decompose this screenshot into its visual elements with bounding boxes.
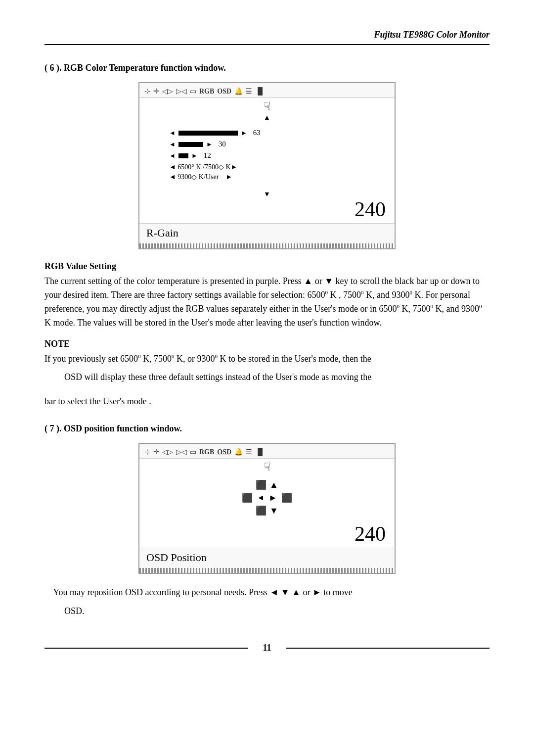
up-arrow-icon: ▲ bbox=[269, 480, 278, 490]
down-row: ⬛ ▼ bbox=[256, 505, 278, 516]
r-slider bbox=[178, 131, 238, 136]
r-value: 63 bbox=[253, 129, 265, 137]
position-icon: ⊹ bbox=[144, 87, 150, 95]
position-icon-7: ⊹ bbox=[144, 448, 150, 456]
monitor-diagram-6: ⊹ ✛ ◁▷ ▷◁ ▭ RGB OSD 🔔 ☰ ▐▌ ☟ ▲ bbox=[138, 82, 396, 249]
osd-window-6: ⊹ ✛ ◁▷ ▷◁ ▭ RGB OSD 🔔 ☰ ▐▌ ☟ ▲ bbox=[138, 82, 396, 249]
osd-position-controls: ⬛ ▲ ⬛ ◄ ► ⬛ ⬛ ▼ bbox=[139, 474, 395, 523]
monitor-icon-left: ⬛ bbox=[242, 492, 253, 503]
b-slider bbox=[178, 153, 188, 158]
function-label-7: OSD Position bbox=[139, 548, 395, 568]
section-6-heading: ( 6 ). RGB Color Temperature function wi… bbox=[44, 63, 490, 73]
up-row: ⬛ ▲ bbox=[256, 479, 278, 490]
down-arrow-icon: ▼ bbox=[269, 506, 278, 516]
left-arrow-icon: ◄ bbox=[257, 493, 265, 502]
value-area-7: 240 bbox=[139, 523, 395, 548]
r-right-arrow: ► bbox=[241, 129, 247, 137]
note-body-text: If you previously set 65000 K, 75000 K, … bbox=[44, 352, 490, 366]
power-icon: ▐▌ bbox=[255, 88, 265, 95]
section-6: ( 6 ). RGB Color Temperature function wi… bbox=[44, 63, 490, 409]
page-header: Fujitsu TE988G Color Monitor bbox=[44, 30, 490, 40]
b-gain-row: ◄ ► 12 bbox=[169, 151, 385, 160]
monitor-diagram-7: ⊹ ✛ ◁▷ ▷◁ ▭ RGB OSD 🔔 ☰ ▐▌ ☟ bbox=[138, 443, 396, 574]
note-label: NOTE bbox=[44, 339, 490, 349]
osd-label-7: OSD bbox=[217, 448, 231, 456]
b-value: 12 bbox=[204, 151, 216, 160]
rgb-label: RGB bbox=[199, 88, 214, 95]
g-gain-row: ◄ ► 30 bbox=[169, 140, 385, 148]
middle-row: ⬛ ◄ ► ⬛ bbox=[242, 492, 292, 503]
note-body-text-3: bar to select the User's mode . bbox=[44, 395, 490, 409]
value-area: 240 bbox=[139, 198, 395, 223]
monitor-icon-right: ⬛ bbox=[281, 492, 292, 503]
monitor-icon-bottom: ⬛ bbox=[256, 505, 267, 516]
note-body-text-2: OSD will display these three default set… bbox=[44, 371, 490, 384]
toolbar-7: ⊹ ✛ ◁▷ ▷◁ ▭ RGB OSD 🔔 ☰ ▐▌ bbox=[139, 444, 395, 459]
osd-body-text: You may reposition OSD according to pers… bbox=[44, 586, 490, 600]
contrast-icon: ▷◁ bbox=[176, 87, 187, 95]
footer-line-left bbox=[44, 648, 248, 649]
section-7: ( 7 ). OSD position function window. ⊹ ✛… bbox=[44, 424, 490, 618]
settings-icon: 🔔 bbox=[234, 87, 243, 95]
page-number: 11 bbox=[248, 643, 286, 653]
g-left-arrow: ◄ bbox=[169, 141, 176, 148]
scroll-up-arrow: ▲ bbox=[139, 114, 395, 122]
rgb-label-7: RGB bbox=[199, 448, 214, 456]
geometry-icon-7: ▭ bbox=[190, 448, 196, 456]
r-left-arrow: ◄ bbox=[169, 129, 176, 137]
hand-cursor-7: ☟ bbox=[139, 459, 395, 474]
move-icon-7: ✛ bbox=[153, 448, 159, 456]
temp-row-1: ◄ 6500° K /7500◇ K► bbox=[169, 163, 385, 171]
b-right-arrow: ► bbox=[191, 152, 198, 160]
r-gain-row: ◄ ► 63 bbox=[169, 129, 385, 137]
rgb-sliders: ◄ ► 63 ◄ ► 30 ◄ bbox=[139, 124, 395, 189]
right-arrow-icon: ► bbox=[268, 493, 277, 503]
geometry-icon: ▭ bbox=[190, 87, 196, 95]
numeric-value-6: 240 bbox=[355, 197, 386, 221]
g-value: 30 bbox=[219, 140, 230, 148]
osd-window-7: ⊹ ✛ ◁▷ ▷◁ ▭ RGB OSD 🔔 ☰ ▐▌ ☟ bbox=[138, 443, 396, 574]
menu-icon: ☰ bbox=[246, 87, 252, 95]
hatch-bar-7 bbox=[139, 568, 395, 573]
g-slider bbox=[178, 142, 203, 147]
numeric-value-7: 240 bbox=[355, 522, 386, 546]
hand-cursor-6: ☟ bbox=[139, 98, 395, 114]
header-divider bbox=[44, 44, 490, 45]
b-left-arrow: ◄ bbox=[169, 152, 176, 160]
toolbar-6: ⊹ ✛ ◁▷ ▷◁ ▭ RGB OSD 🔔 ☰ ▐▌ bbox=[139, 83, 395, 98]
brightness-icon-7: ◁▷ bbox=[162, 448, 173, 456]
document-title: Fujitsu TE988G Color Monitor bbox=[374, 30, 490, 40]
contrast-icon-7: ▷◁ bbox=[176, 448, 187, 456]
section-7-heading: ( 7 ). OSD position function window. bbox=[44, 424, 490, 434]
hatch-bar-6 bbox=[139, 243, 395, 248]
function-label-6: R-Gain bbox=[139, 223, 395, 243]
monitor-icon-top: ⬛ bbox=[256, 479, 267, 490]
g-right-arrow: ► bbox=[206, 141, 213, 148]
temp-row-2: ◄ 9300◇ K/User ► bbox=[169, 173, 385, 181]
menu-icon-7: ☰ bbox=[246, 448, 252, 456]
power-icon-7: ▐▌ bbox=[255, 448, 265, 456]
rgb-value-heading: RGB Value Setting bbox=[44, 261, 490, 272]
footer-line-right bbox=[286, 648, 490, 649]
move-icon: ✛ bbox=[153, 87, 159, 95]
settings-icon-7: 🔔 bbox=[234, 448, 243, 456]
osd-label: OSD bbox=[217, 88, 231, 95]
brightness-icon: ◁▷ bbox=[162, 87, 173, 95]
osd-body-text-2: OSD. bbox=[44, 605, 490, 618]
rgb-body-text: The current setting of the color tempera… bbox=[44, 275, 490, 330]
page-footer: 11 bbox=[44, 643, 490, 653]
